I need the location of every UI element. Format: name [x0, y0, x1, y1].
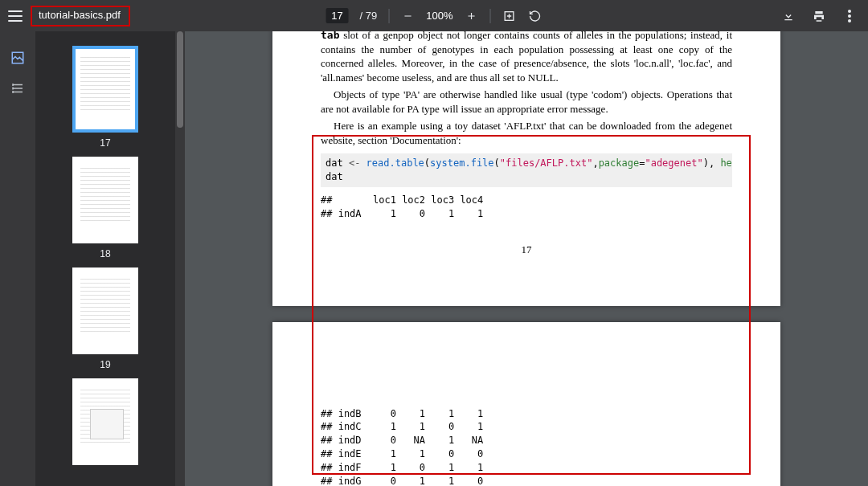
- zoom-in-button[interactable]: [464, 9, 478, 23]
- filename-highlight: tutorial-basics.pdf: [31, 6, 130, 27]
- thumbnail-page[interactable]: [72, 157, 138, 243]
- page-18: ## indB 0 1 1 1 ## indC 1 1 0 1 ## indD …: [272, 322, 780, 486]
- side-icon-strip: [0, 31, 35, 486]
- thumbnail-page[interactable]: [72, 378, 138, 465]
- print-button[interactable]: [812, 9, 826, 23]
- svg-point-6: [848, 10, 851, 13]
- toolbar-center: / 79 100%: [326, 8, 542, 23]
- code-block: dat <- read.table(system.file("files/AFL…: [321, 153, 732, 187]
- thumbnails-panel[interactable]: 17 18 19: [35, 31, 175, 486]
- zoom-level-label: 100%: [426, 10, 452, 22]
- document-viewer[interactable]: tab slot of a genpop object not longer c…: [185, 31, 868, 486]
- more-button[interactable]: [842, 9, 857, 23]
- page-17: tab slot of a genpop object not longer c…: [272, 31, 780, 306]
- divider: [388, 9, 389, 23]
- zoom-out-button[interactable]: [400, 9, 415, 23]
- thumbnail[interactable]: 17: [72, 46, 138, 149]
- code-output: ## indB 0 1 1 1 ## indC 1 1 0 1 ## indD …: [321, 407, 732, 486]
- download-button[interactable]: [781, 9, 796, 23]
- page-number-input[interactable]: [326, 8, 349, 23]
- fit-page-button[interactable]: [502, 9, 516, 23]
- svg-point-7: [848, 14, 851, 18]
- pdf-toolbar: tutorial-basics.pdf / 79 100%: [0, 0, 868, 31]
- code-output: ## loc1 loc2 loc3 loc4 ## indA 1 0 1 1: [321, 194, 732, 221]
- toolbar-left: tutorial-basics.pdf: [0, 6, 130, 27]
- thumb-scrollbar[interactable]: [175, 31, 185, 486]
- content-area: 17 18 19 tab slot of a genpop object not…: [0, 31, 868, 486]
- rotate-button[interactable]: [527, 9, 542, 23]
- thumbnail-number: 18: [100, 248, 110, 259]
- thumbnails-view-icon[interactable]: [10, 51, 25, 65]
- filename-label: tutorial-basics.pdf: [39, 9, 121, 21]
- thumbnail-page[interactable]: [72, 268, 138, 354]
- paragraph: Objects of type 'PA' are otherwise handl…: [321, 88, 732, 116]
- svg-point-8: [848, 19, 851, 22]
- outline-view-icon[interactable]: [10, 81, 25, 96]
- thumbnail-number: 19: [100, 359, 110, 370]
- thumbnail-number: 17: [100, 137, 110, 149]
- divider: [489, 9, 490, 23]
- toolbar-right: [781, 9, 868, 23]
- paragraph: Here is an example using a toy dataset '…: [321, 119, 732, 147]
- thumbnail[interactable]: 19: [72, 268, 138, 370]
- thumbnail[interactable]: [72, 378, 138, 465]
- page-total-label: / 79: [360, 10, 378, 22]
- paragraph: tab slot of a genpop object not longer c…: [321, 31, 732, 84]
- menu-icon[interactable]: [8, 10, 23, 22]
- thumbnail[interactable]: 18: [72, 157, 138, 259]
- thumbnail-page[interactable]: [72, 46, 138, 133]
- page-number: 17: [321, 226, 732, 274]
